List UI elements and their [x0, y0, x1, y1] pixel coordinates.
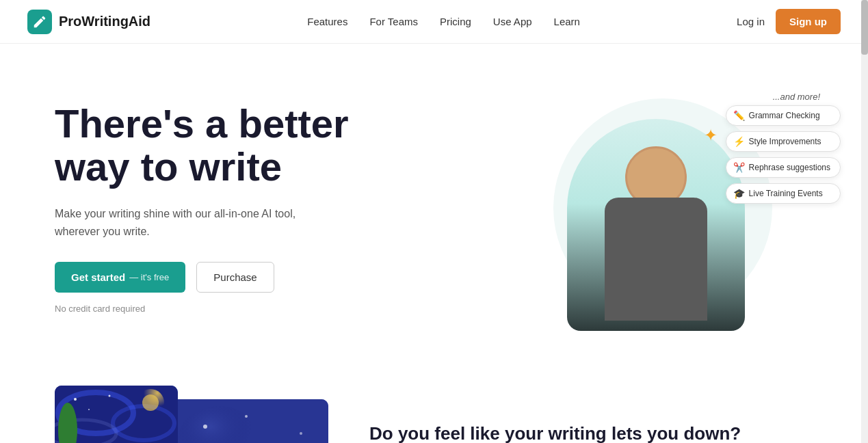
logo[interactable]: ProWritingAid [27, 10, 150, 34]
section2: My idea in my head Do you feel like your… [0, 358, 868, 443]
free-tag: — it's free [129, 272, 169, 282]
badge-grammar: ✏️ Grammar Checking [726, 105, 841, 126]
svg-point-12 [142, 394, 159, 411]
image-card-front [55, 386, 178, 443]
logo-icon [27, 10, 52, 34]
nav-item-use-app[interactable]: Use App [493, 16, 532, 28]
section2-images: My idea in my head [55, 386, 315, 443]
hero-person-illustration [567, 119, 745, 331]
hero-buttons: Get started — it's free Purchase [55, 262, 349, 293]
svg-point-13 [74, 398, 77, 401]
hero-section: There's a better way to write Make your … [0, 44, 868, 358]
starry-night-svg [55, 386, 178, 443]
svg-point-14 [109, 395, 111, 397]
feature-badges: ✏️ Grammar Checking ⚡ Style Improvements… [726, 105, 841, 204]
style-icon: ⚡ [733, 136, 745, 147]
nav-item-features[interactable]: Features [307, 16, 347, 28]
navbar: ProWritingAid Features For Teams Pricing… [0, 0, 868, 44]
hero-right: ✦ ...and more! ✏️ Grammar Checking ⚡ Sty… [499, 85, 841, 331]
rephrase-icon: ✂️ [733, 162, 745, 173]
blue-card-svg [164, 399, 328, 443]
person-figure [588, 139, 724, 331]
training-icon: 🎓 [733, 188, 745, 199]
purchase-button[interactable]: Purchase [196, 262, 274, 293]
image-card-back [164, 399, 328, 443]
nav-links: Features For Teams Pricing Use App Learn [307, 16, 580, 28]
sparkle-icon: ✦ [704, 126, 718, 145]
signup-button[interactable]: Sign up [776, 9, 841, 34]
logo-svg [32, 14, 47, 29]
section2-text: Do you feel like your writing lets you d… [369, 422, 813, 443]
badge-rephrase: ✂️ Rephrase suggestions [726, 157, 841, 178]
nav-item-pricing[interactable]: Pricing [440, 16, 471, 28]
section2-heading: Do you feel like your writing lets you d… [369, 422, 813, 443]
scrollbar-thumb[interactable] [861, 0, 868, 55]
nav-item-learn[interactable]: Learn [554, 16, 580, 28]
scrollbar-track[interactable] [861, 0, 868, 443]
logo-text: ProWritingAid [59, 14, 150, 29]
hero-heading: There's a better way to write [55, 102, 349, 189]
nav-actions: Log in Sign up [737, 9, 841, 34]
svg-point-15 [88, 409, 90, 410]
nav-item-for-teams[interactable]: For Teams [369, 16, 418, 28]
badge-style: ⚡ Style Improvements [726, 131, 841, 152]
svg-point-4 [245, 415, 248, 418]
svg-point-5 [300, 432, 302, 435]
get-started-button[interactable]: Get started — it's free [55, 262, 185, 293]
badge-training: 🎓 Live Training Events [726, 183, 841, 204]
grammar-icon: ✏️ [733, 110, 745, 121]
no-credit-card-text: No credit card required [55, 304, 349, 314]
and-more-label: ...and more! [773, 92, 820, 102]
person-body [605, 198, 707, 321]
hero-left: There's a better way to write Make your … [55, 102, 349, 314]
login-button[interactable]: Log in [737, 16, 765, 27]
svg-point-3 [203, 425, 207, 429]
hero-subtext: Make your writing shine with our all-in-… [55, 205, 328, 240]
